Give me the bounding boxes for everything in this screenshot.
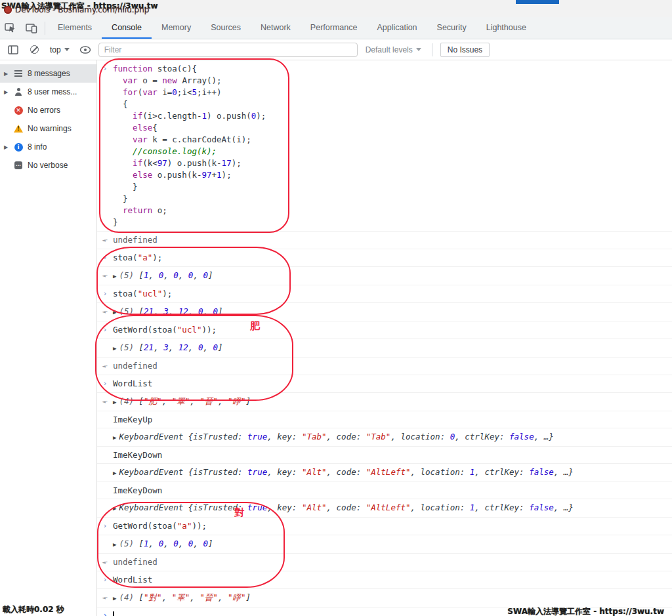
tab-performance[interactable]: Performance bbox=[301, 17, 368, 39]
sidebar-item-label: No verbose bbox=[28, 161, 68, 170]
gutter-spacer bbox=[97, 431, 113, 443]
command-chevron-icon: › bbox=[97, 252, 113, 264]
tab-lighthouse[interactable]: Lighthouse bbox=[476, 17, 536, 39]
annotation-text-ucl: 肥 bbox=[250, 320, 260, 333]
console-message-text: stoa("ucl"); bbox=[113, 288, 172, 300]
gutter-spacer bbox=[97, 414, 113, 425]
sidebar-item-label: No warnings bbox=[28, 124, 72, 133]
expand-arrow-icon[interactable]: ▶ bbox=[3, 89, 9, 95]
console-entry: ◄·undefined bbox=[97, 232, 672, 249]
expand-arrow-icon[interactable]: ▶ bbox=[113, 399, 116, 405]
text-cursor bbox=[113, 611, 114, 616]
gutter-spacer bbox=[97, 342, 113, 354]
tab-application[interactable]: Application bbox=[367, 17, 427, 39]
console-entry: ›GetWord(stoa("a")); bbox=[97, 518, 672, 535]
clear-console-icon[interactable] bbox=[26, 42, 42, 58]
console-entry: ImeKeyDown bbox=[97, 482, 672, 499]
gutter-spacer bbox=[97, 485, 113, 496]
gutter-spacer bbox=[97, 466, 113, 479]
console-entry: ◄·undefined bbox=[97, 358, 672, 375]
tab-security[interactable]: Security bbox=[427, 17, 476, 39]
sidebar-item-8-info[interactable]: ▶i8 info bbox=[0, 138, 96, 156]
expand-arrow-icon[interactable]: ▶ bbox=[113, 345, 116, 352]
tab-network[interactable]: Network bbox=[251, 17, 301, 39]
console-message-text: GetWord(stoa("ucl")); bbox=[113, 324, 217, 336]
annotation-text-a: 對 bbox=[234, 506, 244, 519]
sidebar-item-no-errors[interactable]: ✕No errors bbox=[0, 101, 96, 119]
taskbar-window-title: SWA輸入法導覽工作室 - https://3wu.tw bbox=[507, 606, 664, 616]
console-entry: ›GetWord(stoa("ucl")); bbox=[97, 321, 672, 339]
console-entry: ◄·undefined bbox=[97, 554, 672, 571]
inspect-element-icon[interactable] bbox=[0, 17, 21, 39]
console-message-text: WordList bbox=[113, 574, 152, 586]
filter-input[interactable] bbox=[98, 43, 358, 57]
expand-arrow-icon[interactable]: ▶ bbox=[3, 144, 9, 150]
tab-elements[interactable]: Elements bbox=[48, 17, 102, 39]
sidebar-item-8-user-mess-[interactable]: ▶8 user mess... bbox=[0, 83, 96, 101]
console-entry: ›function stoa(c){ var o = new Array(); … bbox=[97, 60, 672, 232]
console-message-text: ▶KeyboardEvent {isTrusted: true, key: "A… bbox=[113, 466, 574, 479]
console-entry: ◄·▶(5) [1, 0, 0, 0, 0] bbox=[97, 267, 672, 285]
console-entry: ›WordList bbox=[97, 375, 672, 393]
chevron-down-icon bbox=[416, 48, 421, 51]
expand-arrow-icon[interactable]: ▶ bbox=[113, 541, 116, 548]
tabbar-separator bbox=[45, 22, 45, 35]
gutter-spacer bbox=[97, 502, 113, 514]
sidebar-item-no-verbose[interactable]: ...No verbose bbox=[0, 156, 96, 175]
console-entry: ◄·▶(4) ["對", "睪", "晉", "睜"] bbox=[97, 589, 672, 607]
console-entry: ▶KeyboardEvent {isTrusted: true, key: "T… bbox=[97, 428, 672, 447]
expand-arrow-icon[interactable]: ▶ bbox=[113, 273, 116, 279]
log-levels-dropdown[interactable]: Default levels bbox=[363, 45, 424, 54]
user-icon bbox=[14, 88, 23, 96]
console-sidebar-toggle-icon[interactable] bbox=[5, 42, 21, 58]
console-message-text: ▶(5) [21, 3, 12, 0, 0] bbox=[113, 342, 223, 354]
console-entry: ImeKeyUp bbox=[97, 411, 672, 428]
chevron-down-icon bbox=[64, 48, 70, 51]
sidebar-item-label: 8 messages bbox=[28, 69, 70, 78]
console-entry: ›WordList bbox=[97, 571, 672, 589]
expand-arrow-icon[interactable]: ▶ bbox=[113, 595, 116, 602]
command-chevron-icon: › bbox=[97, 324, 113, 336]
console-messages[interactable]: ›function stoa(c){ var o = new Array(); … bbox=[97, 60, 672, 616]
console-entry: ›stoa("a"); bbox=[97, 249, 672, 267]
console-message-text: ▶(5) [1, 0, 0, 0, 0] bbox=[113, 538, 213, 550]
return-value-arrow-icon: ◄· bbox=[97, 234, 113, 246]
console-message-text: ▶(5) [1, 0, 0, 0, 0] bbox=[113, 270, 213, 282]
command-chevron-icon: › bbox=[97, 63, 113, 228]
expand-arrow-icon[interactable]: ▶ bbox=[113, 309, 116, 316]
console-entry: ▶KeyboardEvent {isTrusted: true, key: "A… bbox=[97, 499, 672, 518]
console-message-text: ▶(4) ["對", "睪", "晉", "睜"] bbox=[113, 592, 251, 604]
tab-sources[interactable]: Sources bbox=[201, 17, 251, 39]
live-expression-eye-icon[interactable] bbox=[77, 42, 93, 58]
error-icon: ✕ bbox=[14, 106, 23, 115]
expand-arrow-icon[interactable]: ▶ bbox=[113, 434, 116, 441]
return-value-arrow-icon: ◄· bbox=[97, 556, 113, 568]
devtools-tabbar: ElementsConsoleMemorySourcesNetworkPerfo… bbox=[0, 17, 672, 39]
sidebar-item-8-messages[interactable]: ▶8 messages bbox=[0, 64, 96, 83]
expand-arrow-icon[interactable]: ▶ bbox=[113, 470, 116, 476]
gutter-spacer bbox=[97, 538, 113, 550]
issues-counter[interactable]: No Issues bbox=[440, 43, 490, 57]
return-value-arrow-icon: ◄· bbox=[97, 396, 113, 408]
console-message-text: ImeKeyDown bbox=[113, 485, 162, 496]
console-message-text: stoa("a"); bbox=[113, 252, 162, 264]
return-value-arrow-icon: ◄· bbox=[97, 360, 113, 372]
console-entry: ▶(5) [21, 3, 12, 0, 0] bbox=[97, 339, 672, 358]
command-chevron-icon: › bbox=[97, 378, 113, 390]
tab-console[interactable]: Console bbox=[102, 17, 152, 39]
device-toolbar-icon[interactable] bbox=[21, 17, 42, 39]
console-message-text: undefined bbox=[113, 234, 158, 246]
expand-arrow-icon[interactable]: ▶ bbox=[113, 505, 116, 512]
console-entry: ◄·▶(4) ["肥", "睪", "晉", "睜"] bbox=[97, 393, 672, 411]
sidebar-item-no-warnings[interactable]: !No warnings bbox=[0, 119, 96, 138]
javascript-context-selector[interactable]: top bbox=[47, 45, 72, 54]
expand-arrow-icon[interactable]: ▶ bbox=[3, 71, 9, 77]
sidebar-item-label: No errors bbox=[28, 106, 60, 115]
command-chevron-icon: › bbox=[97, 288, 113, 300]
devtools-favicon-icon bbox=[4, 6, 12, 14]
info-icon: i bbox=[14, 143, 23, 152]
background-window-fragment bbox=[516, 0, 559, 4]
toolbar-separator bbox=[432, 43, 432, 56]
tab-memory[interactable]: Memory bbox=[152, 17, 201, 39]
command-chevron-icon: › bbox=[97, 574, 113, 586]
